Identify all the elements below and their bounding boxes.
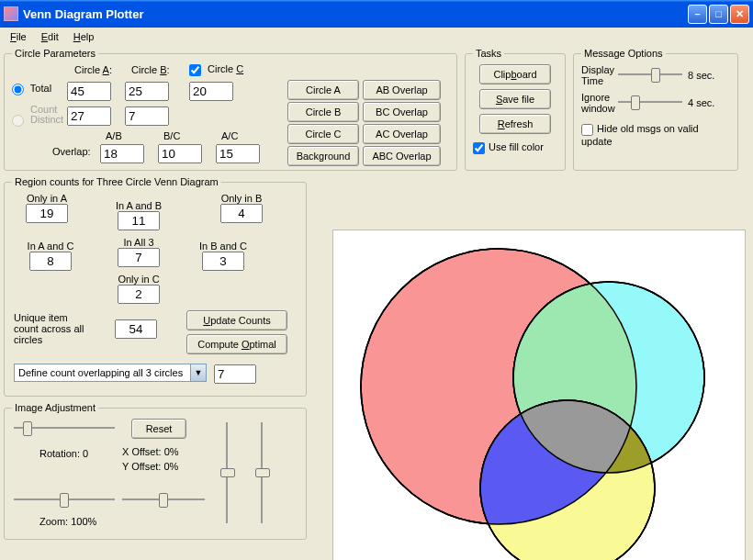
button-color-background[interactable]: Background	[287, 146, 359, 166]
region-counts-legend: Region counts for Three Circle Venn Diag…	[12, 176, 221, 187]
button-color-abc-overlap[interactable]: ABC Overlap	[363, 146, 441, 166]
slider-rotation[interactable]	[14, 419, 115, 439]
window-title: Venn Diagram Plotter	[23, 7, 688, 21]
checkbox-hide-old-msgs[interactable]	[581, 124, 593, 136]
minimize-button[interactable]: –	[688, 5, 707, 24]
label-display-time: Display Time	[581, 64, 618, 86]
message-options-legend: Message Options	[581, 48, 666, 59]
slider-y-offset-left[interactable]	[218, 422, 238, 523]
input-define-count-value[interactable]	[214, 364, 256, 384]
value-in-ab	[118, 211, 160, 230]
value-unique-count	[115, 319, 157, 339]
label-overlap: Overlap:	[52, 146, 91, 157]
slider-zoom[interactable]	[14, 490, 115, 510]
button-color-circle-b[interactable]: Circle B	[287, 102, 359, 122]
value-only-b	[220, 204, 263, 223]
checkbox-circle-c[interactable]	[189, 64, 201, 76]
slider-display-time[interactable]	[618, 65, 682, 85]
label-circle-b: Circle B:	[131, 64, 170, 75]
value-in-ac	[29, 252, 72, 271]
chevron-down-icon: ▼	[190, 364, 206, 381]
input-distinct-a	[67, 106, 111, 126]
tasks-legend: Tasks	[473, 48, 504, 59]
label-use-fill-color: Use fill color	[489, 141, 544, 152]
input-total-a[interactable]	[67, 82, 111, 101]
label-in-all3: In All 3	[111, 237, 166, 248]
label-ab-hdr: A/B	[106, 130, 122, 141]
button-compute-optimal[interactable]: Compute Optimal	[186, 334, 287, 354]
label-x-offset: X Offset: 0%	[122, 446, 179, 457]
value-only-a	[26, 204, 68, 223]
button-color-bc-overlap[interactable]: BC Overlap	[363, 102, 441, 122]
value-ignore-window: 4 sec.	[688, 97, 714, 108]
label-hide-old-msgs: Hide old msgs on valid update	[581, 123, 699, 147]
select-define-count-text: Define count overlapping all 3 circles	[18, 367, 183, 378]
close-button[interactable]: ✕	[730, 5, 749, 24]
button-update-counts[interactable]: Update Counts	[186, 310, 287, 330]
button-color-circle-a[interactable]: Circle A	[287, 80, 359, 100]
input-overlap-ab[interactable]	[100, 144, 144, 163]
message-options-group: Message Options Display Time 8 sec. Igno…	[573, 48, 738, 171]
circle-parameters-legend: Circle Parameters	[12, 48, 98, 59]
image-adjustment-legend: Image Adjustment	[12, 402, 98, 413]
menu-file[interactable]: File	[4, 30, 33, 43]
label-unique-count: Unique item count across all circles	[14, 312, 87, 345]
image-adjustment-group: Image Adjustment Reset Rotation: 0 X Off…	[4, 402, 307, 540]
button-clipboard[interactable]: Clipboard	[479, 64, 551, 84]
label-bc-hdr: B/C	[163, 130, 180, 141]
label-rotation: Rotation: 0	[39, 448, 88, 459]
label-only-b: Only in B	[218, 193, 265, 204]
menu-edit[interactable]: Edit	[35, 30, 65, 43]
label-in-ab: In A and B	[111, 200, 166, 211]
slider-ignore-window[interactable]	[618, 93, 682, 113]
radio-count-distinct	[12, 115, 24, 127]
radio-total[interactable]	[12, 84, 24, 95]
checkbox-circle-c-row: Circle C	[189, 63, 243, 76]
button-color-circle-c[interactable]: Circle C	[287, 124, 359, 144]
titlebar: Venn Diagram Plotter – □ ✕	[0, 0, 753, 28]
menu-help[interactable]: Help	[67, 30, 101, 43]
button-reset[interactable]: Reset	[131, 419, 186, 439]
checkbox-use-fill-color[interactable]	[473, 142, 485, 154]
tasks-group: Tasks Clipboard Save file Refresh Use fi…	[465, 48, 566, 171]
label-zoom: Zoom: 100%	[39, 516, 96, 527]
label-ignore-window: Ignore window	[581, 92, 618, 114]
app-icon	[4, 6, 18, 21]
label-in-ac: In A and C	[23, 241, 78, 252]
label-circle-c: Circle C	[208, 63, 243, 74]
value-display-time: 8 sec.	[688, 70, 714, 81]
label-ac-hdr: A/C	[221, 130, 238, 141]
label-y-offset: Y Offset: 0%	[122, 461, 178, 472]
region-counts-group: Region counts for Three Circle Venn Diag…	[4, 176, 307, 397]
label-circle-a: Circle A:	[74, 64, 112, 75]
button-refresh[interactable]: Refresh	[479, 114, 551, 134]
input-overlap-ac[interactable]	[216, 144, 260, 163]
value-only-c	[118, 285, 160, 304]
menubar: File Edit Help	[0, 28, 753, 46]
button-color-ac-overlap[interactable]: AC Overlap	[363, 124, 441, 144]
button-save-file[interactable]: Save file	[479, 89, 551, 109]
value-in-all3	[118, 248, 160, 267]
input-distinct-b	[125, 106, 169, 126]
circle-parameters-group: Circle Parameters Circle A: Circle B: Ci…	[4, 48, 457, 171]
maximize-button[interactable]: □	[709, 5, 728, 24]
input-total-b[interactable]	[125, 82, 169, 101]
select-define-count[interactable]: Define count overlapping all 3 circles ▼	[14, 364, 207, 382]
label-count-distinct: Count Distinct	[30, 105, 67, 125]
input-total-c[interactable]	[189, 82, 233, 101]
label-in-bc: In B and C	[196, 241, 251, 252]
label-only-c: Only in C	[111, 274, 166, 285]
label-only-a: Only in A	[23, 193, 71, 204]
input-overlap-bc[interactable]	[158, 144, 202, 163]
venn-diagram-canvas	[332, 230, 746, 560]
label-total: Total	[30, 83, 51, 94]
button-color-ab-overlap[interactable]: AB Overlap	[363, 80, 441, 100]
slider-y-offset-right[interactable]	[253, 422, 273, 523]
slider-x-offset[interactable]	[122, 490, 205, 510]
value-in-bc	[202, 252, 244, 271]
